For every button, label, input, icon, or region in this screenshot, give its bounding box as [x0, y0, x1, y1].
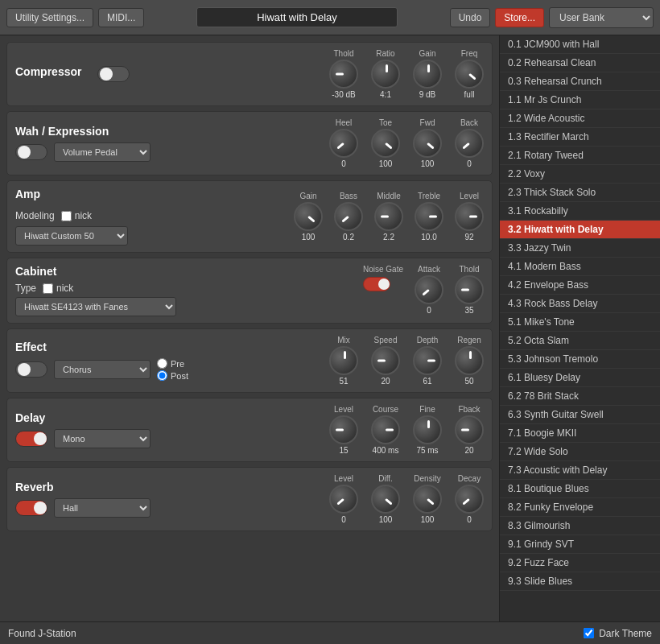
preset-item-2.3[interactable]: 2.3 Thick Stack Solo [500, 184, 660, 202]
amp-nick-checkbox[interactable] [61, 211, 72, 221]
knob-diff: Diff. 100 [371, 474, 400, 524]
toe-knob[interactable] [371, 129, 400, 158]
bass-knob[interactable] [334, 202, 363, 231]
course-knob[interactable] [371, 415, 400, 444]
cab-nick-checkbox[interactable] [43, 283, 53, 294]
knob-density: Density 100 [413, 474, 442, 524]
gain-comp-knob[interactable] [413, 60, 442, 89]
preset-item-8.1[interactable]: 8.1 Boutique Blues [500, 480, 660, 498]
undo-button[interactable]: Undo [450, 8, 491, 27]
regen-knob[interactable] [455, 346, 484, 375]
noise-gate-label: Noise Gate [363, 265, 403, 274]
pre-radio[interactable] [157, 358, 167, 369]
mix-knob[interactable] [329, 346, 358, 375]
compressor-knobs: Thold -30 dB Ratio 4:1 Gain 9 dB [329, 49, 484, 99]
cab-type-select[interactable]: Hiwatt SE4123 with Fanes [15, 297, 176, 316]
middle-knob[interactable] [374, 202, 403, 231]
main-layout: Compressor Thold -30 dB Ratio 4:1 [0, 35, 660, 621]
speed-knob[interactable] [371, 346, 400, 375]
reverb-knobs: Level 0 Diff. 100 Density 100 [329, 474, 484, 524]
fwd-knob[interactable] [413, 129, 442, 158]
heel-knob[interactable] [329, 129, 358, 158]
treble-knob[interactable] [415, 202, 443, 231]
attack-knob[interactable] [415, 275, 443, 304]
store-button[interactable]: Store... [495, 8, 544, 27]
knob-attack: Attack 0 [415, 265, 443, 315]
preset-item-5.3[interactable]: 5.3 Johnson Tremolo [500, 350, 660, 369]
dark-theme-checkbox[interactable] [584, 628, 594, 638]
wah-type-select[interactable]: Volume Pedal [54, 142, 151, 162]
preset-item-4.3[interactable]: 4.3 Rock Bass Delay [500, 295, 660, 313]
preset-item-5.2[interactable]: 5.2 Octa Slam [500, 332, 660, 350]
preset-item-4.2[interactable]: 4.2 Envelope Bass [500, 276, 660, 295]
thold-knob[interactable] [329, 60, 358, 89]
knob-level-amp: Level 92 [455, 192, 484, 242]
knob-speed: Speed 20 [371, 336, 400, 386]
compressor-section: Compressor Thold -30 dB Ratio 4:1 [6, 42, 493, 106]
knob-regen: Regen 50 [455, 336, 484, 386]
preset-item-8.3[interactable]: 8.3 Gilmourish [500, 517, 660, 535]
preset-item-0.2[interactable]: 0.2 Rehearsal Clean [500, 54, 660, 72]
preset-item-1.2[interactable]: 1.2 Wide Acoustic [500, 109, 660, 128]
reverb-section: Reverb Hall Level 0 [6, 467, 493, 531]
thold-ng-knob[interactable] [455, 275, 484, 304]
preset-item-0.1[interactable]: 0.1 JCM900 with Hall [500, 35, 660, 54]
density-knob[interactable] [413, 485, 442, 514]
knob-heel: Heel 0 [329, 118, 358, 168]
cab-type-label: Type [15, 283, 36, 294]
reverb-toggle[interactable] [15, 500, 47, 516]
knob-mix: Mix 51 [329, 336, 358, 386]
preset-item-9.3[interactable]: 9.3 Slide Blues [500, 572, 660, 591]
wah-toggle[interactable] [15, 144, 47, 160]
preset-item-7.1[interactable]: 7.1 Boogie MKII [500, 424, 660, 443]
fine-knob[interactable] [413, 415, 442, 444]
level-delay-knob[interactable] [329, 415, 358, 444]
back-knob[interactable] [455, 129, 484, 158]
noise-gate-toggle[interactable] [363, 277, 390, 291]
preset-item-4.1[interactable]: 4.1 Modern Bass [500, 258, 660, 276]
preset-item-3.1[interactable]: 3.1 Rockabilly [500, 202, 660, 221]
preset-item-9.2[interactable]: 9.2 Fuzz Face [500, 554, 660, 572]
amp-modeling-label: Modeling [15, 210, 55, 221]
level-amp-knob[interactable] [455, 202, 484, 231]
preset-item-1.1[interactable]: 1.1 Mr Js Crunch [500, 91, 660, 109]
effect-type-select[interactable]: Chorus [54, 360, 151, 379]
preset-item-6.2[interactable]: 6.2 78 Brit Stack [500, 387, 660, 406]
preset-item-0.3[interactable]: 0.3 Rehearsal Crunch [500, 72, 660, 91]
effect-routing: Pre Post [157, 358, 188, 381]
midi-button[interactable]: MIDI... [98, 8, 144, 27]
preset-item-3.3[interactable]: 3.3 Jazzy Twin [500, 239, 660, 258]
preset-item-7.3[interactable]: 7.3 Acoustic with Delay [500, 461, 660, 480]
fback-knob[interactable] [455, 415, 484, 444]
delay-type-select[interactable]: Mono [54, 429, 151, 448]
preset-name-input[interactable] [196, 7, 398, 27]
utility-settings-button[interactable]: Utility Settings... [6, 8, 93, 27]
compressor-toggle[interactable] [97, 66, 130, 82]
freq-knob[interactable] [455, 60, 484, 89]
amp-model-select[interactable]: Hiwatt Custom 50 [15, 226, 128, 246]
knob-toe: Toe 100 [371, 118, 400, 168]
gain-amp-knob[interactable] [294, 202, 323, 231]
bank-select[interactable]: User Bank [549, 7, 654, 28]
wah-section: Wah / Expression Volume Pedal Heel 0 [6, 111, 493, 175]
decay-knob[interactable] [455, 485, 484, 514]
preset-item-3.2[interactable]: 3.2 Hiwatt with Delay [500, 221, 660, 239]
preset-item-7.2[interactable]: 7.2 Wide Solo [500, 443, 660, 461]
preset-item-5.1[interactable]: 5.1 Mike's Tone [500, 313, 660, 332]
effect-toggle[interactable] [15, 361, 47, 378]
reverb-type-select[interactable]: Hall [54, 498, 151, 518]
preset-item-1.3[interactable]: 1.3 Rectifier March [500, 128, 660, 147]
preset-item-2.1[interactable]: 2.1 Rotary Tweed [500, 147, 660, 165]
preset-item-9.1[interactable]: 9.1 Grindy SVT [500, 535, 660, 554]
preset-item-6.3[interactable]: 6.3 Synth Guitar Swell [500, 406, 660, 424]
diff-knob[interactable] [371, 485, 400, 514]
preset-item-6.1[interactable]: 6.1 Bluesy Delay [500, 369, 660, 387]
preset-item-8.2[interactable]: 8.2 Funky Envelope [500, 498, 660, 517]
delay-toggle[interactable] [15, 431, 47, 447]
depth-knob[interactable] [413, 346, 442, 375]
level-reverb-knob[interactable] [329, 485, 358, 514]
preset-item-2.2[interactable]: 2.2 Voxy [500, 165, 660, 184]
ratio-knob[interactable] [371, 60, 400, 89]
status-bar: Found J-Station Dark Theme [0, 621, 660, 644]
post-radio[interactable] [157, 370, 167, 381]
